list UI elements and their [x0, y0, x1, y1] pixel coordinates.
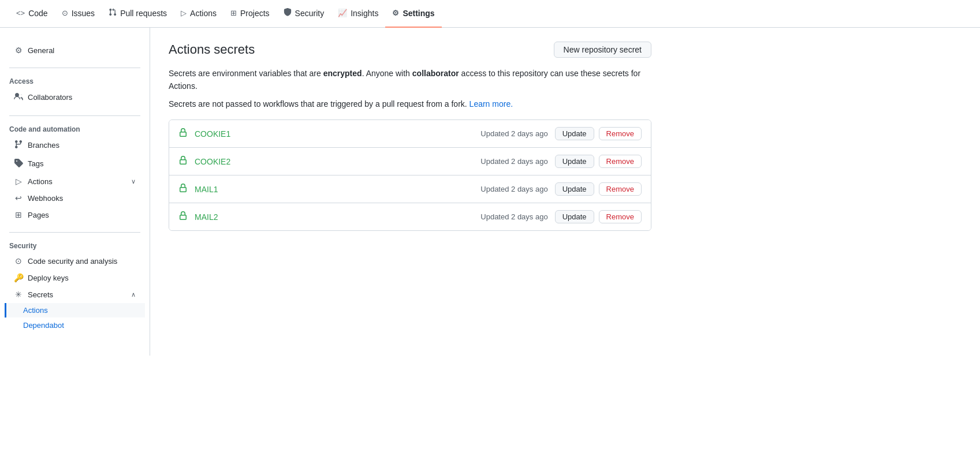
- nav-item-actions[interactable]: ▷ Actions: [174, 0, 223, 28]
- secret-updated-mail1: Updated 2 days ago: [480, 185, 547, 193]
- sidebar-item-secrets[interactable]: ✳ Secrets ∧: [5, 286, 145, 302]
- desc-1b: encrypted: [323, 69, 362, 78]
- sidebar-label-tags: Tags: [28, 159, 43, 168]
- nav-item-code[interactable]: <> Code: [9, 0, 55, 28]
- insights-icon: 📈: [338, 9, 347, 17]
- secrets-left: ✳ Secrets: [14, 290, 53, 299]
- sidebar-item-branches[interactable]: Branches: [5, 136, 145, 154]
- description-2: Secrets are not passed to workflows that…: [169, 98, 651, 110]
- code-security-icon: ⊙: [14, 256, 23, 266]
- secret-lock-icon-mail1: [178, 184, 188, 195]
- secret-row-mail2: MAIL2 Updated 2 days ago Update Remove: [169, 203, 651, 230]
- nav-item-settings[interactable]: ⚙ Settings: [385, 0, 441, 28]
- new-repository-secret-button[interactable]: New repository secret: [554, 42, 651, 58]
- remove-cookie1-button[interactable]: Remove: [599, 127, 642, 140]
- sidebar-label-webhooks: Webhooks: [28, 194, 63, 203]
- nav-item-issues[interactable]: ⊙ Issues: [55, 0, 102, 28]
- secret-updated-cookie2: Updated 2 days ago: [480, 157, 547, 166]
- nav-label-projects: Projects: [240, 9, 270, 18]
- nav-item-projects[interactable]: ⊞ Projects: [223, 0, 277, 28]
- description-1: Secrets are environment variables that a…: [169, 67, 651, 93]
- nav-label-pull-requests: Pull requests: [120, 9, 167, 18]
- secret-name-cookie1: COOKIE1: [195, 129, 480, 139]
- sidebar-label-code-security: Code security and analysis: [28, 257, 117, 266]
- settings-icon: ⚙: [392, 9, 399, 17]
- sidebar-item-deploy-keys[interactable]: 🔑 Deploy keys: [5, 270, 145, 286]
- sidebar-item-collaborators[interactable]: Collaborators: [5, 88, 145, 106]
- sidebar-divider-1: [9, 68, 140, 68]
- secrets-table: COOKIE1 Updated 2 days ago Update Remove…: [169, 119, 651, 231]
- issues-icon: ⊙: [62, 9, 68, 17]
- sidebar-subitem-dependabot[interactable]: Dependabot: [5, 318, 145, 333]
- secrets-icon: ✳: [14, 290, 23, 299]
- top-navigation: <> Code ⊙ Issues Pull requests ▷ Actions…: [0, 0, 980, 28]
- actions-nav-icon: ▷: [14, 177, 23, 186]
- tags-icon: [14, 158, 23, 169]
- remove-cookie2-button[interactable]: Remove: [599, 155, 642, 168]
- sidebar-divider-2: [9, 115, 140, 116]
- general-icon: ⚙: [14, 46, 23, 55]
- sidebar-item-pages[interactable]: ⊞ Pages: [5, 207, 145, 223]
- nav-label-settings: Settings: [403, 9, 434, 18]
- nav-item-insights[interactable]: 📈 Insights: [331, 0, 385, 28]
- collaborators-icon: [14, 92, 23, 103]
- secret-name-mail1: MAIL1: [195, 185, 480, 194]
- desc-1c: . Anyone with: [362, 69, 412, 78]
- main-content: Actions secrets New repository secret Se…: [150, 28, 670, 452]
- remove-mail1-button[interactable]: Remove: [599, 182, 642, 196]
- code-section-title: Code and automation: [0, 121, 150, 136]
- sidebar-subitem-actions[interactable]: Actions: [5, 303, 145, 317]
- nav-label-insights: Insights: [351, 9, 378, 18]
- nav-label-code: Code: [28, 9, 47, 18]
- secret-lock-icon-mail2: [178, 211, 188, 223]
- secret-updated-mail2: Updated 2 days ago: [480, 212, 547, 221]
- secret-name-mail2: MAIL2: [195, 212, 480, 222]
- remove-mail2-button[interactable]: Remove: [599, 210, 642, 223]
- update-cookie2-button[interactable]: Update: [555, 155, 594, 168]
- projects-icon: ⊞: [230, 9, 237, 17]
- update-mail1-button[interactable]: Update: [555, 182, 594, 196]
- sidebar-item-code-security[interactable]: ⊙ Code security and analysis: [5, 253, 145, 269]
- security-icon: [284, 8, 292, 18]
- update-mail2-button[interactable]: Update: [555, 210, 594, 223]
- sidebar-divider-3: [9, 232, 140, 233]
- sidebar-section-security: Security ⊙ Code security and analysis 🔑 …: [0, 237, 150, 333]
- nav-item-security[interactable]: Security: [277, 0, 331, 28]
- secret-row-cookie1: COOKIE1 Updated 2 days ago Update Remove: [169, 120, 651, 148]
- desc-1d: collaborator: [412, 69, 459, 78]
- pull-requests-icon: [109, 8, 117, 18]
- secret-lock-icon-cookie1: [178, 128, 188, 140]
- sidebar-item-tags[interactable]: Tags: [5, 155, 145, 173]
- code-icon: <>: [16, 9, 25, 17]
- secrets-row: ✳ Secrets ∧: [14, 290, 136, 299]
- update-cookie1-button[interactable]: Update: [555, 127, 594, 140]
- nav-item-pull-requests[interactable]: Pull requests: [102, 0, 174, 28]
- desc-2a: Secrets are not passed to workflows that…: [169, 99, 469, 109]
- secret-actions-cookie1: Update Remove: [555, 127, 642, 140]
- secret-actions-mail2: Update Remove: [555, 210, 642, 223]
- actions-icon: ▷: [181, 9, 187, 17]
- sidebar-item-general[interactable]: ⚙ General: [5, 42, 145, 58]
- actions-chevron-icon: ∨: [131, 178, 136, 185]
- sidebar-sublabel-dependabot: Dependabot: [23, 321, 64, 330]
- sidebar-item-actions[interactable]: ▷ Actions ∨: [5, 173, 145, 189]
- sidebar-label-branches: Branches: [28, 141, 59, 150]
- nav-label-actions: Actions: [190, 9, 217, 18]
- learn-more-link[interactable]: Learn more.: [469, 99, 513, 109]
- secret-updated-cookie1: Updated 2 days ago: [480, 129, 547, 138]
- nav-label-issues: Issues: [72, 9, 95, 18]
- branches-icon: [14, 140, 23, 151]
- page-header: Actions secrets New repository secret: [169, 42, 651, 58]
- secret-row-cookie2: COOKIE2 Updated 2 days ago Update Remove: [169, 148, 651, 175]
- sidebar-label-general: General: [28, 46, 54, 55]
- security-section-title: Security: [0, 237, 150, 252]
- secret-row-mail1: MAIL1 Updated 2 days ago Update Remove: [169, 175, 651, 203]
- secret-actions-mail1: Update Remove: [555, 182, 642, 196]
- secret-lock-icon-cookie2: [178, 156, 188, 167]
- webhooks-icon: ↩: [14, 193, 23, 203]
- secrets-chevron-icon: ∧: [131, 291, 136, 298]
- sidebar-item-webhooks[interactable]: ↩ Webhooks: [5, 190, 145, 206]
- desc-1a: Secrets are environment variables that a…: [169, 69, 323, 78]
- pages-icon: ⊞: [14, 210, 23, 219]
- sidebar-label-actions: Actions: [28, 177, 53, 186]
